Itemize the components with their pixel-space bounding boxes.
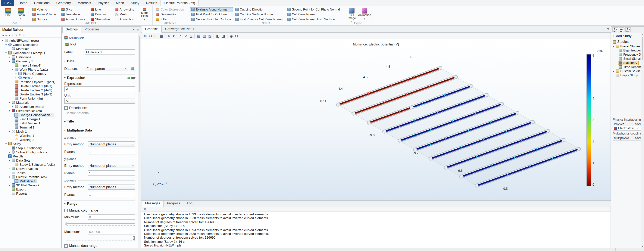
tree-expander-icon[interactable]: ▾: [8, 130, 11, 133]
messages-tab[interactable]: Log: [184, 200, 196, 207]
study-item[interactable]: Eigenfrequency: [611, 48, 644, 53]
ribbon-item[interactable]: Arrow Volume: [31, 12, 59, 17]
ribbon-tab[interactable]: Definitions: [31, 0, 53, 6]
entry-method-select[interactable]: Number of planes ▾: [88, 163, 135, 168]
ribbon-item[interactable]: Cut Line Direction: [234, 7, 285, 12]
move-down-icon[interactable]: ▾: [12, 33, 14, 37]
tree-item[interactable]: ▾ Component 1 (comp1): [0, 51, 61, 55]
tree-item[interactable]: ▸ Definitions: [0, 55, 61, 59]
tree-item[interactable]: Multislice 1: [0, 179, 61, 183]
ribbon-item[interactable]: Volume: [31, 7, 59, 12]
ribbon-tab[interactable]: Electric Potential (es): [160, 0, 198, 6]
ribbon-item[interactable]: Isosurface: [60, 12, 88, 17]
text-size-button[interactable]: A ▾: [612, 27, 618, 32]
expression-section-header[interactable]: ▾ Expression ⇄ ▦▾: [64, 74, 135, 80]
tree-expander-icon[interactable]: ▾: [8, 101, 11, 104]
separator[interactable]: [165, 34, 166, 38]
manual-data-range-checkbox[interactable]: [64, 244, 68, 248]
wireframe-icon[interactable]: ▧: [207, 33, 212, 38]
tree-item[interactable]: ▾ Geometry 1: [0, 59, 61, 63]
settings-detach-icon[interactable]: ⊡: [135, 28, 140, 31]
tree-expander-icon[interactable]: ▾: [4, 43, 8, 46]
tree-item[interactable]: ▸ Materials: [0, 47, 61, 51]
settings-tab[interactable]: Properties: [81, 26, 103, 33]
separator[interactable]: [176, 34, 177, 38]
tree-item[interactable]: ▾ Global Definitions: [0, 42, 61, 47]
go-to-zx-view-icon[interactable]: ◺: [189, 33, 194, 38]
zoom-in-icon[interactable]: ⊕: [143, 33, 148, 38]
tree-expander-icon[interactable]: ▸: [15, 72, 18, 75]
tree-item[interactable]: ▾ Work Plane 1 (wp1): [0, 67, 61, 71]
tree-expander-icon[interactable]: ▾: [8, 159, 11, 162]
ribbon-item[interactable]: Contour: [89, 12, 113, 17]
tree-item[interactable]: Step 1: Stationary: [0, 146, 61, 150]
tree-item[interactable]: ▾ Study 1: [0, 142, 61, 146]
data-set-select[interactable]: From parent ▾: [84, 66, 128, 71]
ribbon-item[interactable]: Arrow Line: [114, 7, 137, 12]
tree-expander-icon[interactable]: ▸: [8, 47, 11, 50]
print-icon[interactable]: ⊟: [234, 33, 239, 38]
tree-item[interactable]: ▾ Materials: [0, 100, 61, 104]
tree-expander-icon[interactable]: ▸: [8, 184, 11, 187]
view-menu-icon[interactable]: ▾: [172, 33, 176, 38]
tree-item[interactable]: Form Union (fin): [0, 96, 61, 100]
tree-expander-icon[interactable]: ▸: [8, 167, 11, 170]
tree-expander-icon[interactable]: ▸: [8, 55, 11, 58]
unit-select[interactable]: V ▾: [64, 98, 135, 104]
add-study-header[interactable]: + Add Study: [611, 33, 644, 39]
ribbon-item[interactable]: Second Point for Cut Line: [190, 17, 233, 22]
tree-expander-icon[interactable]: ▾: [8, 59, 11, 62]
description-checkbox[interactable]: [64, 106, 68, 110]
text-size-button[interactable]: A ▾: [619, 27, 624, 32]
tree-item[interactable]: ▸ Solver Configurations: [0, 150, 61, 154]
ribbon-big-button[interactable]: Plot: [2, 7, 14, 21]
messages-tab[interactable]: Progress: [164, 200, 184, 207]
graphics-tab[interactable]: Convergence Plot 1: [162, 26, 198, 32]
separator[interactable]: [227, 34, 228, 38]
tree-item[interactable]: Partition Objects 1 (par1): [0, 80, 61, 84]
expression-input[interactable]: [64, 86, 135, 92]
plot-button[interactable]: Plot: [64, 41, 83, 47]
range-section-header[interactable]: ▾ Range: [64, 200, 135, 206]
settings-scrollbar[interactable]: [138, 33, 140, 248]
planes-input[interactable]: [88, 149, 135, 154]
data-section-header[interactable]: ▾ Data: [64, 58, 135, 64]
tree-expander-icon[interactable]: ▾: [11, 68, 14, 71]
scrollbar-thumb[interactable]: [139, 36, 140, 92]
ribbon-item[interactable]: Streamline: [89, 17, 113, 22]
select-box-icon[interactable]: ◧: [215, 33, 220, 38]
zoom-out-icon[interactable]: ⊖: [148, 33, 153, 38]
model-tree-options-icon[interactable]: ▾: [23, 33, 25, 37]
color-range-minimum-slider[interactable]: [64, 222, 135, 227]
tree-item[interactable]: Charge Conservation 1: [0, 113, 61, 117]
slider-handle[interactable]: [133, 236, 134, 240]
study-item[interactable]: Small-Signal Analysis: [611, 57, 644, 61]
ribbon-item[interactable]: Line: [89, 7, 113, 12]
separator[interactable]: [194, 34, 195, 38]
tree-item[interactable]: ▸ Aluminum (mat1): [0, 104, 61, 109]
scrollbar-thumb[interactable]: [642, 37, 643, 60]
graphics-detach-icon[interactable]: ⊡: [606, 28, 610, 31]
study-item[interactable]: Stationary: [611, 61, 644, 65]
tree-expander-icon[interactable]: ▾: [4, 51, 8, 54]
more-plots-button[interactable]: More Plots ▾: [138, 7, 150, 21]
entry-method-select[interactable]: Number of planes ▾: [88, 141, 135, 147]
tree-expander-icon[interactable]: ▸: [8, 151, 11, 154]
tree-item[interactable]: ▾ Electrostatics (es): [0, 109, 61, 113]
planes-input[interactable]: [88, 170, 135, 176]
ribbon-item[interactable]: First Point for Cut Line: [190, 12, 233, 17]
forward-icon[interactable]: ▸: [6, 33, 7, 37]
ribbon-item[interactable]: Mesh: [114, 12, 137, 17]
tree-item[interactable]: Delete Entities 2 (del2): [0, 88, 61, 92]
scroll-up-icon[interactable]: ▲: [642, 33, 644, 36]
replace-expression-icon[interactable]: ⇄: [128, 76, 130, 79]
text-size-button[interactable]: A ▾: [625, 27, 631, 32]
show-menu-icon[interactable]: ≡: [16, 33, 17, 37]
scroll-down-icon[interactable]: ▼: [642, 245, 644, 248]
go-to-xy-view-icon[interactable]: ∠: [178, 33, 183, 38]
tree-item[interactable]: ▾ Data Sets: [0, 158, 61, 162]
ribbon-tab[interactable]: Materials: [74, 0, 94, 6]
label-input[interactable]: [84, 49, 135, 55]
tree-expander-icon[interactable]: ▸: [11, 105, 14, 108]
study-item[interactable]: Empty Study: [611, 73, 644, 77]
